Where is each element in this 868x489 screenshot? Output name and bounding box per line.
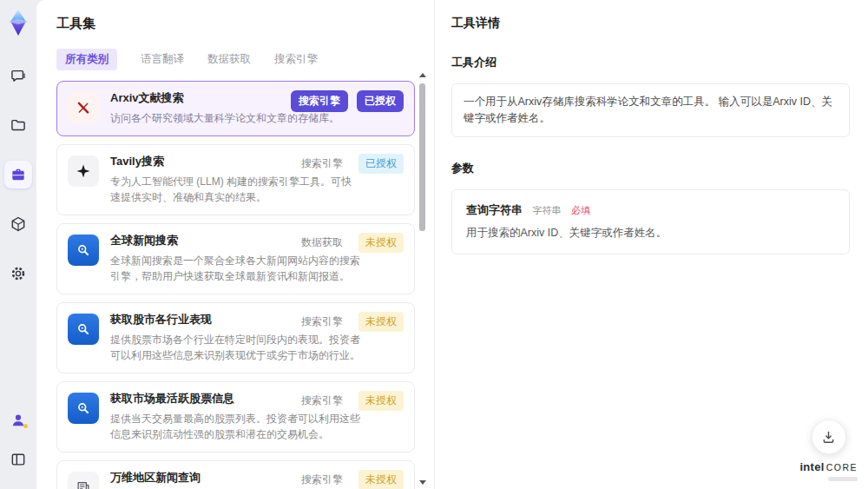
tool-badges: 搜索引擎 已授权	[301, 154, 404, 174]
main-surface: 工具集 所有类别 语言翻译 数据获取 搜索引擎 Arxiv文献搜索 访问各个研究…	[36, 0, 868, 489]
download-button[interactable]	[812, 420, 846, 454]
folder-icon	[10, 116, 27, 134]
tavily-star-icon	[68, 155, 99, 187]
sidebar	[0, 0, 36, 489]
chat-icon	[10, 67, 27, 84]
newspaper-icon	[68, 472, 99, 489]
tool-intro-box: 一个用于从Arxiv存储库搜索科学论文和文章的工具。 输入可以是Arxiv ID…	[451, 83, 850, 137]
sidebar-item-files[interactable]	[4, 111, 32, 139]
news-search-icon	[68, 235, 99, 266]
tool-description: 访问各个研究领域大量科学论文和文章的存储库。	[110, 110, 339, 126]
floating-actions: intelCORE	[799, 420, 858, 481]
stock-search-icon	[68, 314, 99, 345]
category-label: 数据获取	[301, 235, 343, 250]
user-icon	[10, 412, 27, 429]
tool-detail-panel: 工具详情 工具介绍 一个用于从Arxiv存储库搜索科学论文和文章的工具。 输入可…	[435, 0, 868, 489]
tool-intro-text: 一个用于从Arxiv存储库搜索科学论文和文章的工具。 输入可以是Arxiv ID…	[464, 96, 832, 124]
intel-core-logo: intelCORE	[799, 459, 858, 481]
scroll-down-arrow-icon[interactable]	[419, 480, 426, 485]
tool-description: 专为人工智能代理 (LLM) 构建的搜索引擎工具。可快速提供实时、准确和真实的结…	[110, 174, 360, 205]
auth-badge: 未授权	[358, 233, 404, 253]
list-scrollbar[interactable]	[419, 73, 426, 485]
tool-badges: 数据获取 未授权	[301, 233, 404, 253]
auth-badge: 未授权	[358, 391, 404, 411]
params-heading: 参数	[451, 161, 850, 176]
parameter-card: 查询字符串 字符串 必填 用于搜索的Arxiv ID、关键字或作者姓名。	[451, 189, 850, 254]
category-label: 搜索引擎	[301, 156, 343, 171]
briefcase-icon	[10, 166, 27, 183]
tool-card-list: Arxiv文献搜索 访问各个研究领域大量科学论文和文章的存储库。 搜索引擎 已授…	[56, 81, 415, 489]
parameter-description: 用于搜索的Arxiv ID、关键字或作者姓名。	[466, 226, 835, 241]
tool-description: 提供当天交易量最高的股票列表。投资者可以利用这些信息来识别流动性强的股票和潜在的…	[110, 411, 360, 442]
parameter-required-flag: 必填	[571, 205, 590, 215]
sidebar-item-settings[interactable]	[4, 260, 32, 287]
intel-ultra-mark	[828, 477, 858, 481]
auth-badge: 已授权	[357, 90, 404, 112]
tool-badges: 搜索引擎 未授权	[301, 470, 404, 489]
tool-list-panel: 工具集 所有类别 语言翻译 数据获取 搜索引擎 Arxiv文献搜索 访问各个研究…	[36, 0, 434, 489]
detail-title: 工具详情	[451, 16, 850, 31]
page-title: 工具集	[56, 16, 434, 32]
auth-badge: 未授权	[358, 312, 404, 332]
intel-wordmark: intel	[799, 460, 824, 473]
stock-search-icon	[68, 393, 99, 424]
sidebar-item-tools[interactable]	[4, 161, 32, 188]
scrollbar-thumb[interactable]	[419, 83, 425, 231]
intro-heading: 工具介绍	[451, 55, 850, 70]
sidebar-item-models[interactable]	[4, 210, 32, 238]
tab-search-engine[interactable]: 搜索引擎	[274, 52, 318, 67]
tool-card-active-stocks[interactable]: 获取市场最活跃股票信息 提供当天交易量最高的股票列表。投资者可以利用这些信息来识…	[56, 381, 415, 453]
scroll-up-arrow-icon[interactable]	[419, 73, 426, 77]
tab-all-categories[interactable]: 所有类别	[56, 49, 117, 70]
sidebar-bottom	[4, 406, 32, 489]
tool-card-arxiv[interactable]: Arxiv文献搜索 访问各个研究领域大量科学论文和文章的存储库。 搜索引擎 已授…	[56, 81, 415, 136]
tool-badges: 搜索引擎 已授权	[291, 90, 404, 112]
auth-badge: 已授权	[358, 154, 404, 174]
auth-badge: 未授权	[358, 470, 404, 489]
sidebar-item-chat[interactable]	[4, 62, 32, 89]
sidebar-item-collapse-panel[interactable]	[4, 446, 32, 473]
category-tabs: 所有类别 语言翻译 数据获取 搜索引擎	[56, 49, 434, 70]
gear-icon	[10, 265, 27, 282]
tool-badges: 搜索引擎 未授权	[301, 391, 404, 411]
tool-card-global-news[interactable]: 全球新闻搜索 全球新闻搜索是一个聚合全球各大新闻网站内容的搜索引擎，帮助用户快速…	[56, 223, 415, 294]
sidebar-item-account[interactable]	[4, 406, 32, 434]
sidebar-nav	[4, 62, 32, 287]
category-badge: 搜索引擎	[291, 90, 348, 112]
tool-card-regional-news[interactable]: 万维地区新闻查询 查询具体行政区划内的新闻，快速了解各地新闻动 搜索引擎 未授权	[56, 460, 415, 489]
parameter-type: 字符串	[532, 205, 561, 215]
category-label: 搜索引擎	[301, 314, 343, 329]
cube-icon	[10, 215, 27, 233]
tab-data-retrieval[interactable]: 数据获取	[207, 52, 251, 67]
parameter-header: 查询字符串 字符串 必填	[466, 202, 835, 218]
app-logo	[5, 8, 31, 37]
tab-language-translation[interactable]: 语言翻译	[141, 52, 184, 67]
tool-description: 全球新闻搜索是一个聚合全球各大新闻网站内容的搜索引擎，帮助用户快速获取全球最新资…	[110, 253, 360, 284]
tool-badges: 搜索引擎 未授权	[301, 312, 404, 332]
tool-card-tavily[interactable]: Tavily搜索 专为人工智能代理 (LLM) 构建的搜索引擎工具。可快速提供实…	[56, 144, 415, 215]
panel-layout-icon	[10, 451, 27, 468]
arxiv-logo-icon	[68, 92, 99, 123]
tool-card-sector-performance[interactable]: 获取股市各行业表现 提供股票市场各个行业在特定时间段内的表现。投资者可以利用这些…	[56, 302, 415, 373]
category-label: 搜索引擎	[301, 472, 343, 487]
download-icon	[820, 429, 837, 446]
tool-description: 提供股票市场各个行业在特定时间段内的表现。投资者可以利用这些信息来识别表现优于或…	[110, 332, 360, 363]
category-label: 搜索引擎	[301, 393, 343, 408]
parameter-name: 查询字符串	[466, 203, 523, 216]
core-wordmark: CORE	[826, 462, 858, 472]
